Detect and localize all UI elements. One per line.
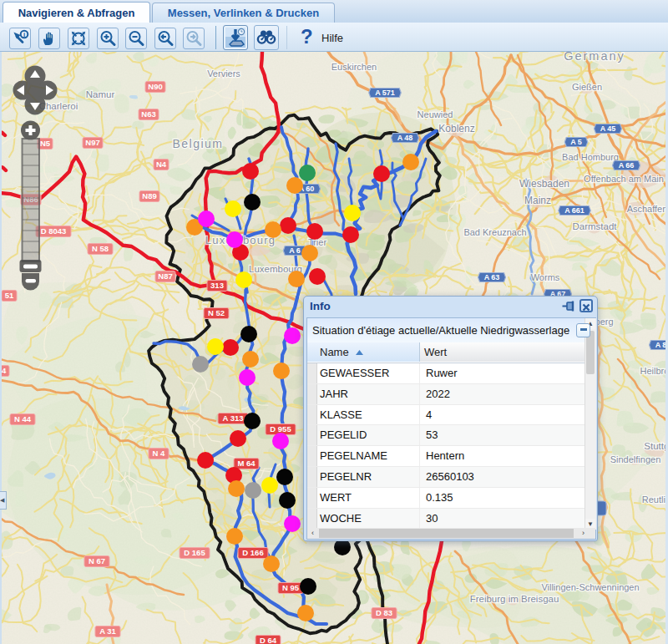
svg-text:A 313: A 313	[223, 413, 244, 423]
svg-text:N89: N89	[142, 191, 156, 200]
svg-text:N 95: N 95	[282, 583, 300, 592]
svg-text:Belgium: Belgium	[172, 137, 223, 150]
svg-text:Verviers: Verviers	[207, 68, 240, 79]
svg-text:Sindelfingen: Sindelfingen	[610, 454, 661, 464]
svg-text:Aschaffenburg: Aschaffenburg	[627, 204, 668, 214]
svg-text:N 44: N 44	[14, 414, 32, 423]
svg-text:A 661: A 661	[564, 206, 584, 215]
svg-text:D 83: D 83	[376, 608, 392, 617]
svg-text:Namur: Namur	[86, 89, 115, 99]
svg-text:N 4: N 4	[153, 449, 166, 458]
svg-text:Germany: Germany	[564, 52, 625, 63]
svg-text:Euskirchen: Euskirchen	[331, 62, 377, 72]
svg-text:i: i	[23, 31, 25, 38]
svg-text:Bad Homburg: Bad Homburg	[562, 152, 619, 162]
svg-text:313: 313	[210, 281, 224, 290]
svg-text:A 31: A 31	[99, 626, 116, 636]
svg-text:Reutlingen: Reutlingen	[642, 494, 668, 505]
svg-text:N 58: N 58	[92, 244, 109, 253]
svg-text:D 64: D 64	[260, 636, 277, 644]
svg-text:N 52: N 52	[208, 308, 225, 317]
svg-text:Heilbronn: Heilbronn	[640, 366, 668, 376]
svg-text:Koblenz: Koblenz	[438, 123, 474, 134]
svg-text:A 5: A 5	[570, 138, 582, 146]
svg-text:A 66: A 66	[619, 161, 635, 170]
svg-text:N4: N4	[156, 160, 167, 169]
svg-text:A 45: A 45	[600, 124, 616, 133]
svg-text:A 571: A 571	[375, 89, 395, 97]
svg-text:D 165: D 165	[184, 548, 205, 557]
svg-text:Darmstadt: Darmstadt	[572, 221, 617, 231]
svg-text:D 166: D 166	[242, 548, 263, 557]
svg-text:Worms: Worms	[531, 272, 560, 282]
svg-text:N 67: N 67	[89, 556, 105, 565]
svg-text:N90: N90	[148, 82, 162, 91]
svg-text:Freiburg im Breisgau: Freiburg im Breisgau	[470, 594, 559, 604]
svg-text:M 64: M 64	[237, 459, 256, 468]
svg-text:A 6: A 6	[289, 246, 301, 255]
svg-text:Wiesbaden: Wiesbaden	[519, 178, 569, 190]
svg-text:Mainz: Mainz	[524, 195, 551, 206]
svg-text:Stuttgart: Stuttgart	[644, 441, 668, 451]
svg-text:Gießen: Gießen	[572, 82, 602, 92]
svg-text:D 955: D 955	[270, 424, 291, 434]
svg-text:N63: N63	[141, 109, 155, 119]
svg-text:Villingen-Schwenningen: Villingen-Schwenningen	[541, 582, 639, 592]
svg-text:Offenbach am Main: Offenbach am Main	[584, 174, 664, 184]
svg-text:N97: N97	[85, 138, 99, 147]
svg-text:A 48: A 48	[397, 134, 413, 142]
svg-text:A 63: A 63	[484, 273, 500, 281]
svg-text:N87: N87	[158, 271, 172, 281]
svg-text:Neuwied: Neuwied	[418, 109, 453, 119]
svg-text:Bad Kreuznach: Bad Kreuznach	[463, 227, 526, 237]
